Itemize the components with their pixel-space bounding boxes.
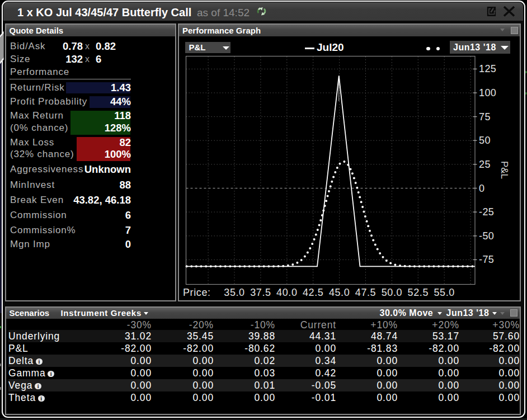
svg-text:45.0: 45.0 bbox=[329, 287, 350, 298]
svg-text:50: 50 bbox=[479, 135, 491, 146]
svg-text:Price:: Price: bbox=[183, 287, 211, 298]
svg-text:100: 100 bbox=[479, 87, 496, 98]
svg-text:55.0: 55.0 bbox=[434, 287, 454, 298]
svg-text:40.0: 40.0 bbox=[276, 287, 297, 298]
svg-text:37.5: 37.5 bbox=[250, 287, 271, 298]
svg-text:47.5: 47.5 bbox=[355, 287, 376, 298]
svg-text:-50: -50 bbox=[479, 230, 494, 242]
svg-text:P&L: P&L bbox=[499, 161, 510, 179]
svg-text:0: 0 bbox=[479, 183, 484, 194]
svg-text:-75: -75 bbox=[479, 254, 494, 265]
svg-text:52.5: 52.5 bbox=[408, 287, 429, 298]
svg-text:75: 75 bbox=[479, 111, 491, 122]
svg-text:42.5: 42.5 bbox=[303, 287, 323, 298]
svg-text:25: 25 bbox=[479, 159, 491, 170]
svg-text:50.0: 50.0 bbox=[382, 287, 402, 298]
svg-text:-25: -25 bbox=[479, 206, 494, 218]
svg-text:125: 125 bbox=[479, 63, 496, 74]
svg-text:35.0: 35.0 bbox=[224, 287, 244, 298]
